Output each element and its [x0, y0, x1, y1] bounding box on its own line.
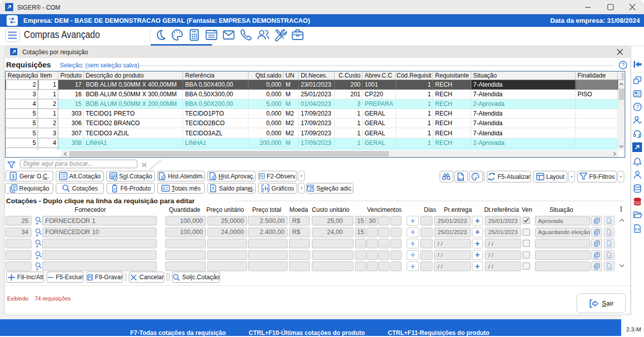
svg-text:XLS: XLS — [458, 177, 463, 180]
svg-text:?: ? — [622, 62, 625, 68]
svg-text:S: S — [162, 186, 165, 191]
svg-text:$: $ — [12, 174, 15, 179]
svg-text:?: ? — [636, 104, 639, 110]
